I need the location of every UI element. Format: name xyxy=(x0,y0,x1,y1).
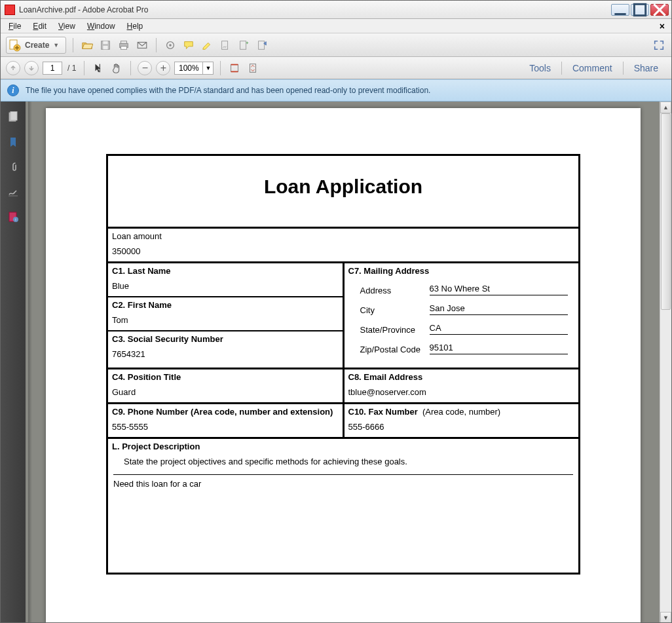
create-button[interactable]: Create ▼ xyxy=(6,37,66,54)
maximize-button[interactable] xyxy=(631,4,649,16)
state-value: CA xyxy=(430,323,569,335)
svg-rect-18 xyxy=(240,41,246,49)
c8-label: C8. Email Address xyxy=(348,372,575,382)
svg-rect-9 xyxy=(103,41,108,43)
address-value: 63 No Where St xyxy=(430,284,569,295)
L-label: L. Project Description xyxy=(112,442,574,451)
bookmarks-icon[interactable] xyxy=(7,136,20,149)
menu-help[interactable]: Help xyxy=(122,20,149,32)
zoom-level-value: 100% xyxy=(175,62,202,74)
main-area: i Loan Application Loan amount 350000 C1… xyxy=(1,102,671,623)
menu-view[interactable]: View xyxy=(53,20,81,32)
sign-button[interactable] xyxy=(218,38,233,52)
svg-rect-1 xyxy=(634,4,645,15)
c3-label: C3. Social Security Number xyxy=(112,334,339,344)
svg-rect-23 xyxy=(231,64,238,71)
create-button-label: Create xyxy=(25,41,49,50)
scroll-track[interactable] xyxy=(660,113,671,612)
prev-page-button[interactable] xyxy=(6,61,20,75)
navigation-toolbar: / 1 − + 100% ▼ Tools Comment Share xyxy=(1,57,671,79)
zoom-out-button[interactable]: − xyxy=(138,61,152,75)
svg-rect-28 xyxy=(10,112,17,121)
info-icon: i xyxy=(7,85,19,96)
zoom-in-button[interactable]: + xyxy=(156,61,170,75)
svg-rect-13 xyxy=(121,46,127,49)
comment-panel-button[interactable]: Comment xyxy=(565,60,620,76)
city-label: City xyxy=(360,305,430,315)
c9-value: 555-5555 xyxy=(112,422,148,432)
svg-rect-22 xyxy=(100,64,100,72)
page-count-label: / 1 xyxy=(66,64,77,73)
current-page-input[interactable] xyxy=(43,62,62,75)
attachments-icon[interactable] xyxy=(7,160,20,174)
scroll-thumb[interactable] xyxy=(661,113,671,310)
standards-icon[interactable]: i xyxy=(7,210,20,223)
chevron-down-icon: ▼ xyxy=(53,42,59,48)
email-button[interactable] xyxy=(135,38,149,52)
menu-window[interactable]: Window xyxy=(82,20,121,32)
signatures-icon[interactable] xyxy=(7,185,20,198)
zoom-level-combo[interactable]: 100% ▼ xyxy=(174,62,214,75)
select-tool-button[interactable] xyxy=(91,61,105,75)
c2-value: Tom xyxy=(112,315,128,325)
pdfa-info-bar: i The file you have opened complies with… xyxy=(1,79,671,102)
city-value: San Jose xyxy=(430,303,569,315)
fit-width-button[interactable] xyxy=(227,61,242,75)
settings-button[interactable] xyxy=(163,38,177,52)
open-button[interactable] xyxy=(80,38,94,52)
vertical-scrollbar[interactable]: ▲ ▼ xyxy=(660,102,671,623)
menu-edit[interactable]: Edit xyxy=(28,20,52,32)
scroll-up-button[interactable]: ▲ xyxy=(660,102,671,113)
scroll-down-button[interactable]: ▼ xyxy=(660,612,671,623)
address-label: Address xyxy=(360,286,430,295)
doc-add-button[interactable] xyxy=(236,38,251,52)
c9-label: C9. Phone Number (Area code, number and … xyxy=(112,407,339,417)
document-close-icon[interactable]: × xyxy=(656,21,669,31)
L-instructions: State the project objectives and specifi… xyxy=(124,457,574,466)
c8-value: tblue@noserver.com xyxy=(348,387,426,397)
doc-share-button[interactable] xyxy=(255,38,269,52)
document-viewport[interactable]: Loan Application Loan amount 350000 C1. … xyxy=(26,102,671,623)
share-panel-button[interactable]: Share xyxy=(626,60,666,76)
zip-label: Zip/Postal Code xyxy=(360,345,430,354)
pdfa-info-message: The file you have opened complies with t… xyxy=(26,86,430,95)
menu-file[interactable]: File xyxy=(3,20,26,32)
divider xyxy=(113,474,573,475)
page-thumbnails-icon[interactable] xyxy=(7,111,20,124)
tools-panel-button[interactable]: Tools xyxy=(521,60,559,76)
form-title: Loan Application xyxy=(108,156,578,227)
L-value: Need this loan for a car xyxy=(113,479,573,489)
comment-bubble-button[interactable] xyxy=(181,38,196,52)
save-button[interactable] xyxy=(98,38,113,52)
c2-label: C2. First Name xyxy=(112,300,339,310)
loan-amount-label: Loan amount xyxy=(112,231,574,241)
c3-value: 7654321 xyxy=(112,349,145,359)
c1-value: Blue xyxy=(112,281,129,291)
svg-text:i: i xyxy=(15,217,16,221)
loan-amount-value: 350000 xyxy=(112,246,140,256)
pdf-page: Loan Application Loan amount 350000 C1. … xyxy=(46,108,641,623)
minimize-button[interactable] xyxy=(611,4,629,16)
svg-rect-10 xyxy=(103,45,108,48)
fit-page-button[interactable] xyxy=(246,61,260,75)
create-pdf-icon xyxy=(8,39,21,52)
next-page-button[interactable] xyxy=(24,61,39,75)
svg-rect-11 xyxy=(121,41,127,43)
left-nav-panel: i xyxy=(1,102,26,623)
window-title: LoanArchive.pdf - Adobe Acrobat Pro xyxy=(19,5,611,14)
acrobat-icon xyxy=(5,5,15,15)
close-button[interactable] xyxy=(650,4,669,16)
menu-bar: File Edit View Window Help × xyxy=(1,19,671,33)
svg-point-16 xyxy=(169,44,172,47)
c10-value: 555-6666 xyxy=(348,422,384,432)
c4-value: Guard xyxy=(112,387,136,397)
main-toolbar: Create ▼ xyxy=(1,33,671,57)
print-button[interactable] xyxy=(117,38,131,52)
zip-value: 95101 xyxy=(430,343,569,354)
svg-rect-17 xyxy=(222,41,228,49)
hand-tool-button[interactable] xyxy=(109,61,124,75)
window-titlebar: LoanArchive.pdf - Adobe Acrobat Pro xyxy=(1,1,671,19)
reading-mode-button[interactable] xyxy=(652,38,666,52)
highlight-button[interactable] xyxy=(200,38,214,52)
state-label: State/Province xyxy=(360,325,430,335)
